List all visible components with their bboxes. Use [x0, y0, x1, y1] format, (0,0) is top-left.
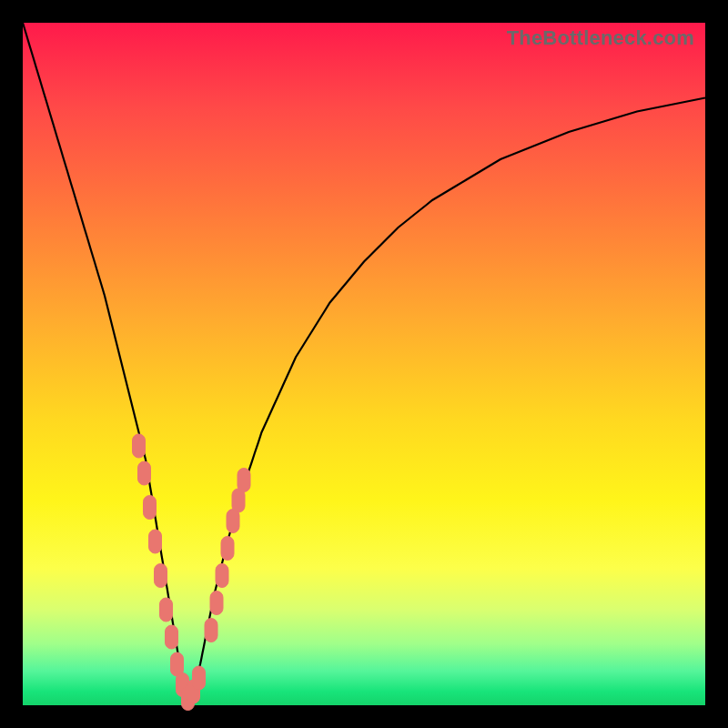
data-marker	[238, 469, 250, 492]
data-markers	[133, 434, 251, 711]
data-marker	[155, 564, 167, 588]
outer-frame: TheBottleneck.com	[0, 0, 728, 728]
data-marker	[144, 496, 157, 520]
chart-svg	[23, 23, 705, 705]
data-marker	[166, 625, 178, 649]
data-marker	[216, 564, 228, 588]
data-marker	[133, 434, 146, 458]
chart-panel: TheBottleneck.com	[23, 23, 705, 705]
data-marker	[221, 537, 234, 561]
bottleneck-curve	[23, 23, 705, 699]
data-marker	[160, 598, 173, 622]
data-marker	[205, 619, 217, 642]
data-marker	[138, 461, 151, 485]
data-marker	[193, 666, 206, 690]
data-marker	[210, 592, 223, 615]
data-marker	[149, 530, 162, 553]
